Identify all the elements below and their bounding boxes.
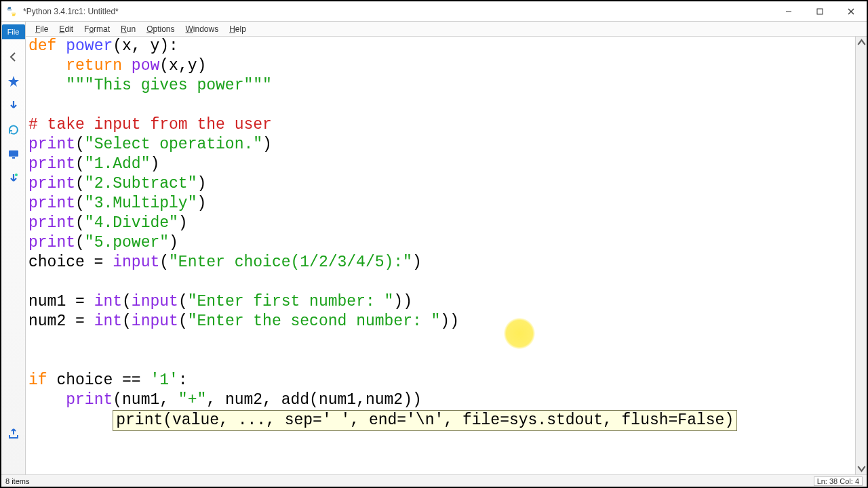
menu-run[interactable]: Run	[117, 23, 140, 35]
menu-windows[interactable]: Windows	[182, 23, 223, 35]
menu-format[interactable]: Format	[80, 23, 114, 35]
python-idle-icon	[5, 5, 18, 18]
refresh-icon[interactable]	[7, 123, 20, 137]
svg-point-7	[15, 174, 18, 176]
menu-edit[interactable]: Edit	[55, 23, 77, 35]
close-button[interactable]	[835, 1, 867, 22]
maximize-button[interactable]	[804, 1, 835, 22]
vertical-scrollbar[interactable]	[855, 37, 867, 474]
status-line-col: Ln: 38 Col: 4	[814, 476, 863, 486]
calltip-tooltip: print(value, ..., sep=' ', end='\n', fil…	[113, 410, 737, 431]
svg-rect-1	[817, 9, 823, 14]
export-icon[interactable]	[7, 427, 20, 441]
left-tool-strip: File	[1, 22, 26, 474]
svg-rect-5	[9, 150, 18, 157]
idle-menubar: File Edit Format Run Options Windows Hel…	[26, 22, 867, 37]
cursor-highlight	[504, 318, 535, 349]
back-arrow-icon[interactable]	[7, 50, 20, 64]
code-editor[interactable]: def power(x, y): return pow(x,y) """This…	[26, 37, 855, 474]
menu-options[interactable]: Options	[142, 23, 178, 35]
menu-file[interactable]: File	[31, 23, 52, 35]
file-tab[interactable]: File	[2, 24, 25, 39]
minimize-button[interactable]	[773, 1, 804, 22]
status-left: 8 items	[5, 477, 29, 485]
svg-marker-4	[8, 76, 19, 87]
menu-help[interactable]: Help	[225, 23, 250, 35]
status-bar: 8 items Ln: 38 Col: 4	[1, 474, 867, 487]
download-arrow-icon[interactable]	[7, 99, 20, 113]
scroll-up-icon[interactable]	[856, 37, 867, 48]
music-download-icon[interactable]	[7, 172, 20, 186]
favorite-star-icon[interactable]	[7, 75, 20, 88]
screen-icon[interactable]	[7, 148, 20, 161]
window-titlebar: *Python 3.4.1rc1: Untitled*	[1, 1, 867, 22]
svg-rect-6	[12, 157, 15, 159]
scroll-down-icon[interactable]	[856, 463, 867, 474]
window-title: *Python 3.4.1rc1: Untitled*	[23, 7, 119, 16]
